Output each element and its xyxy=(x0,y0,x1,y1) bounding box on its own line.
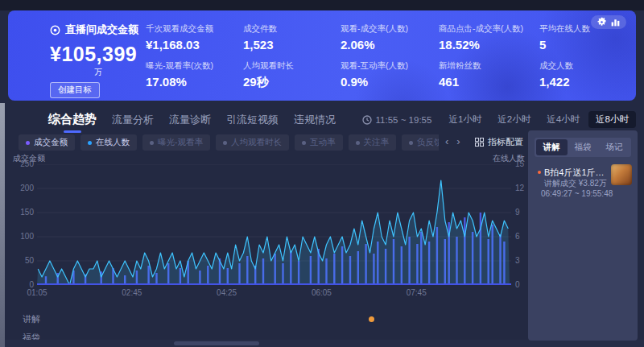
hero-metric: 成交件数1,523 xyxy=(243,23,277,52)
hero-metric: 平均在线人数5 xyxy=(539,23,590,52)
x-tick: 01:05 xyxy=(27,288,47,297)
metric-value: 1,422 xyxy=(539,75,573,89)
x-tick: 06:05 xyxy=(312,288,332,297)
top-gap xyxy=(0,0,644,10)
time-controls: 11:55 ~ 19:55 近1小时近2小时近4小时近8小时 xyxy=(362,111,636,128)
time-btn-近8小时[interactable]: 近8小时 xyxy=(588,111,636,128)
explain-panel: 讲解福袋场记 B拍4斤送1斤共35-4... 讲解成交 ¥3.82万 06:49… xyxy=(528,130,638,341)
bar-chart-icon[interactable] xyxy=(610,17,621,27)
left-tick: 250 xyxy=(20,159,34,168)
chip-dot xyxy=(88,141,92,145)
chip-在线人数[interactable]: 在线人数 xyxy=(80,134,137,151)
metric-config-label: 指标配置 xyxy=(488,136,523,148)
live-dashboard: 直播间成交金额 ¥105,399 万 创建目标 千次观看成交金额¥1,168.0… xyxy=(0,0,644,347)
x-tick: 02:45 xyxy=(122,288,142,297)
chip-曝光-观看率[interactable]: 曝光-观看率 xyxy=(142,134,210,151)
metric-label: 曝光-观看率(次数) xyxy=(146,60,213,72)
chip-label: 负反馈率 xyxy=(417,137,439,148)
metric-value: 5 xyxy=(539,38,590,52)
vertical-scrollbar[interactable] xyxy=(0,103,5,347)
time-range-text: 11:55 ~ 19:55 xyxy=(376,115,432,125)
hero-title: 直播间成交金额 xyxy=(65,23,138,37)
hero-main-unit: 万 xyxy=(94,67,138,78)
left-axis-ticks: 050100150200250 xyxy=(6,153,34,311)
chip-pagination: ‹ › xyxy=(445,135,460,148)
metric-value: 1,523 xyxy=(243,38,277,52)
horizontal-scrollbar-track xyxy=(0,340,644,347)
tab-流量分析[interactable]: 流量分析 xyxy=(112,113,154,127)
chip-label: 互动率 xyxy=(310,137,336,148)
hero-metric: 观看-互动率(人数)0.9% xyxy=(341,60,408,89)
metric-chips: 成交金额在线人数曝光-观看率人均观看时长互动率关注率负反馈率负反馈次数千次观看成… xyxy=(19,134,439,151)
time-btn-近4小时[interactable]: 近4小时 xyxy=(539,111,587,128)
chip-dot xyxy=(26,141,30,145)
chip-label: 关注率 xyxy=(364,137,390,148)
left-tick: 150 xyxy=(20,208,34,217)
chip-label: 人均观看时长 xyxy=(231,137,282,148)
chip-互动率[interactable]: 互动率 xyxy=(295,134,343,151)
metric-value: 2.06% xyxy=(341,38,408,52)
panel-tab-讲解[interactable]: 讲解 xyxy=(536,139,568,155)
chip-label: 曝光-观看率 xyxy=(158,137,203,148)
chip-dot xyxy=(356,141,360,145)
create-goal-button[interactable]: 创建目标 xyxy=(50,82,100,98)
metric-label: 商品点击-成交率(人数) xyxy=(439,23,523,35)
time-btn-近1小时[interactable]: 近1小时 xyxy=(441,111,489,128)
grid-config-icon xyxy=(475,138,484,147)
time-range-display: 11:55 ~ 19:55 xyxy=(362,115,432,125)
tab-综合趋势[interactable]: 综合趋势 xyxy=(48,112,97,127)
x-tick: 07:45 xyxy=(407,288,427,297)
chip-负反馈率[interactable]: 负反馈率 xyxy=(402,134,439,151)
marker-row-label: 讲解 xyxy=(23,313,40,325)
metric-value: 0.9% xyxy=(341,75,408,89)
left-tick: 200 xyxy=(20,184,34,192)
explain-item-title: B拍4斤送1斤共35-4... xyxy=(544,167,612,179)
chip-label: 成交金额 xyxy=(34,137,68,148)
hero-title-row: 直播间成交金额 xyxy=(50,23,138,37)
tab-流量诊断[interactable]: 流量诊断 xyxy=(169,113,211,127)
chip-成交金额[interactable]: 成交金额 xyxy=(19,134,75,151)
horizontal-scrollbar-thumb[interactable] xyxy=(174,341,259,345)
tab-违规情况[interactable]: 违规情况 xyxy=(294,113,336,127)
trend-chart: 成交金额 在线人数 050100150200250 03691215 01:05… xyxy=(0,153,531,311)
right-tick: 3 xyxy=(515,256,520,265)
right-tick: 12 xyxy=(515,184,524,192)
chip-dot xyxy=(223,141,227,145)
metric-label: 新增粉丝数 xyxy=(439,60,481,72)
right-tick: 6 xyxy=(515,232,520,241)
hero-icon-group xyxy=(591,15,626,29)
metric-label: 观看-成交率(人数) xyxy=(341,23,408,35)
chip-dot xyxy=(409,141,413,145)
hero-metric: 商品点击-成交率(人数)18.52% xyxy=(439,23,523,52)
hero-metrics-card: 直播间成交金额 ¥105,399 万 创建目标 千次观看成交金额¥1,168.0… xyxy=(8,10,636,101)
chevron-left-icon[interactable]: ‹ xyxy=(445,135,448,148)
metric-value: 17.08% xyxy=(146,75,213,89)
explain-panel-tabs: 讲解福袋场记 xyxy=(535,138,631,157)
metric-value: 18.52% xyxy=(439,38,523,52)
clock-icon xyxy=(362,115,372,125)
product-thumbnail xyxy=(611,164,632,185)
panel-tab-场记[interactable]: 场记 xyxy=(598,139,630,155)
metric-config-button[interactable]: 指标配置 xyxy=(475,136,523,148)
metric-label: 平均在线人数 xyxy=(539,23,590,35)
metric-chips-row: 成交金额在线人数曝光-观看率人均观看时长互动率关注率负反馈率负反馈次数千次观看成… xyxy=(19,134,439,151)
tab-引流短视频[interactable]: 引流短视频 xyxy=(226,113,279,127)
x-tick: 04:25 xyxy=(217,288,237,297)
hero-main-value: ¥105,399 xyxy=(50,43,138,66)
chip-dot xyxy=(150,141,154,145)
right-tick: 0 xyxy=(515,280,520,289)
chevron-right-icon[interactable]: › xyxy=(456,135,460,148)
hero-metric: 新增粉丝数461 xyxy=(439,60,481,89)
metric-label: 人均观看时长 xyxy=(243,60,294,72)
right-tick: 15 xyxy=(515,159,524,168)
metric-label: 成交件数 xyxy=(243,23,277,35)
explain-deal-amount: 讲解成交 ¥3.82万 xyxy=(544,178,607,189)
panel-tab-福袋[interactable]: 福袋 xyxy=(568,139,599,155)
gear-icon[interactable] xyxy=(597,17,607,27)
chip-关注率[interactable]: 关注率 xyxy=(349,134,397,151)
chart-plot-area[interactable] xyxy=(37,164,511,285)
right-tick: 9 xyxy=(515,208,520,217)
chip-人均观看时长[interactable]: 人均观看时长 xyxy=(216,134,289,151)
metric-value: 29秒 xyxy=(243,75,294,90)
time-btn-近2小时[interactable]: 近2小时 xyxy=(490,111,538,128)
